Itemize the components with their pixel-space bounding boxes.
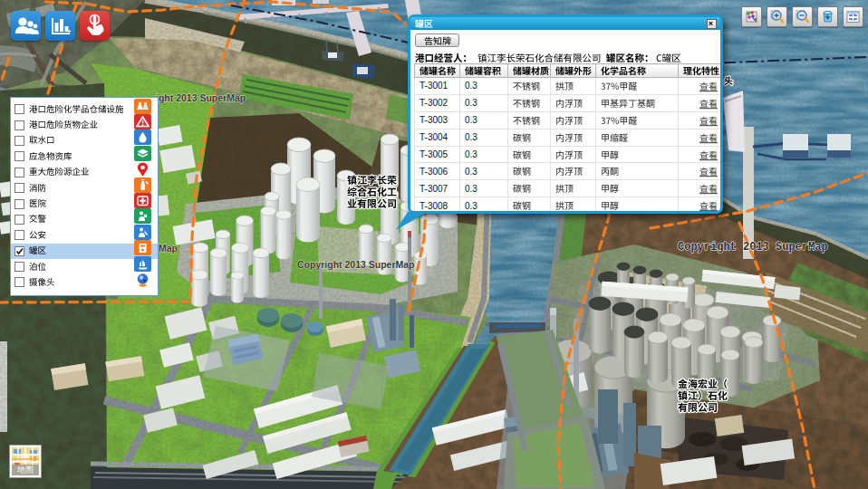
svg-text:ight 2013 SuperMap: ight 2013 SuperMap — [156, 92, 246, 103]
svg-text:Copyright 2013 SuperMap: Copyright 2013 SuperMap — [678, 241, 828, 254]
svg-text:Copyright 2013 SuperMap: Copyright 2013 SuperMap — [297, 259, 415, 270]
svg-text:Map: Map — [159, 243, 178, 254]
